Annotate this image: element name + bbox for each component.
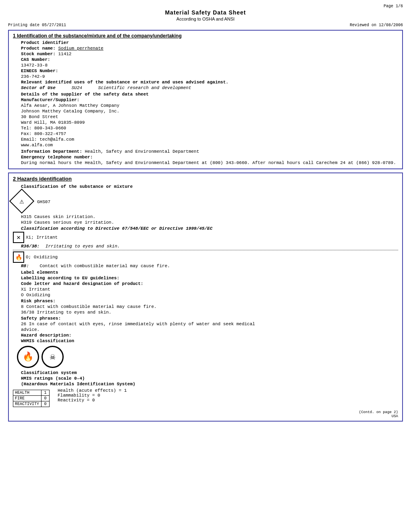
safety-phrases-label: Safety phrases: [21,316,61,321]
mfr-line3: 30 Bond Street [21,114,398,119]
print-date: Printing date 05/27/2011 [8,23,66,27]
review-date: Reviewed on 12/08/2006 [350,23,403,27]
mfr-line5: Tel: 800-343-0660 [21,126,398,131]
code-o: O Oxidizing [21,293,398,297]
page-number: Page 1/6 [384,4,403,8]
mfr-line1: Alfa Aesar, A Johnson Matthey Company [21,103,398,108]
hmis-sublabel: (Hazardous Materials Identification Syst… [21,382,135,387]
section-2-box: 2 Hazards identification Classification … [8,172,403,422]
product-name-label: Product name: [21,46,56,51]
risk-3638: 36/38 Irritating to eyes and skin. [21,310,398,315]
hmis-reactivity-val: 0 [42,401,50,407]
sector-desc: Scientific research and development [98,85,191,90]
xi-label: Xi; Irritant [26,235,58,240]
document-title: Material Safety Data Sheet [8,9,403,16]
whmis-icons-row: 🔥 ☠ [17,346,398,368]
document-subtitle: According to OSHA and ANSI [8,17,403,21]
cas-value: 13472-33-8 [21,63,48,68]
h315-text: H315 Causes skin irritation. [21,214,398,219]
r3638-text: Irritating to eyes and skin. [46,244,120,249]
r8-text: Contact with combustible material may ca… [39,264,170,268]
hmis-health-val: 1 [42,390,50,396]
hmis-table: HEALTH 1 FIRE 0 REACTIVITY 0 [13,390,50,407]
directive-label: Classification according to Directive 67… [21,226,212,231]
h319-text: H319 Causes serious eye irritation. [21,220,398,225]
section-1-box: 1 Identification of the substance/mixtur… [8,30,403,169]
einecs-value: 236-742-9 [21,74,45,79]
safety-26b: advice. [21,327,398,332]
r3638-label: R36/38: [21,244,39,249]
whmis-icon-2: ☠ [42,346,64,368]
hmis-section: HEALTH 1 FIRE 0 REACTIVITY 0 Health (acu… [13,388,398,409]
mfr-line8: www.alfa.com [21,143,398,148]
info-dept-value: Health, Safety and Environmental Departm… [85,149,199,154]
hmis-health-text: Health (acute effects) = 1 [58,388,127,393]
whmis-icon-1: 🔥 [17,346,39,368]
contd-text: (Contd. on page 2) [13,410,398,414]
label-elements-label: Label elements [21,270,58,275]
code-letter-label: Code letter and hazard designation of pr… [21,281,143,286]
usa-text: USA [13,414,398,418]
stock-value: 11412 [58,52,71,56]
hmis-fire-label: FIRE [13,396,42,401]
risk-8: 8 Contact with combustible material may … [21,304,398,309]
cas-label: CAS Number: [21,57,50,62]
stock-label: Stock number: [21,52,56,56]
sector-value: SU24 [71,85,82,90]
info-dept-label: Information Department: [21,149,82,154]
sector-label: Sector of Use [21,85,56,90]
product-identifier-label: Product identifier [21,40,69,45]
hmis-label: HMIS ratings (scale 0-4) [21,376,85,381]
mfr-line6: Fax: 800-322-4757 [21,131,398,136]
mfr-line7: Email: tech@alfa.com [21,137,398,142]
einecs-label: EINECS Number: [21,69,58,73]
product-name: Sodium perrhenate [58,46,103,51]
details-label: Details of the supplier of the safety da… [21,92,149,97]
hmis-text-block: Health (acute effects) = 1 Flammability … [58,388,127,403]
relevant-uses-label: Relevant identified uses of the substanc… [21,80,228,85]
o-label: O; Oxidizing [26,255,58,260]
r8-label: R8: [21,264,29,268]
hmis-reactivity-label: REACTIVITY [13,401,42,407]
mfr-line2: Johnson Matthey Catalog Company, Inc. [21,109,398,114]
safety-26: 26 In case of contact with eyes, rinse i… [21,322,398,326]
whmis-label: WHMIS classification [21,339,74,343]
classification-label: Classification of the substance or mixtu… [21,184,133,189]
classification-system-label: Classification system [21,370,77,375]
code-xi: Xi Irritant [21,287,398,292]
xi-icon: ✕ [13,232,24,243]
hmis-fire-text: Flammability = 0 [58,393,127,398]
hmis-health-label: HEALTH [13,390,42,396]
hazard-desc-label: Hazard description: [21,333,71,338]
mfr-label: Manufacturer/Supplier: [21,98,79,102]
section-2-title: 2 Hazards identification [13,176,398,182]
hmis-fire-val: 0 [42,396,50,401]
ghs-label: GHS07 [37,200,50,204]
section-1-title: 1 Identification of the substance/mixtur… [13,33,398,39]
hmis-reactivity-text: Reactivity = 0 [58,398,127,403]
mfr-line4: Ward Hill, MA 01835-8099 [21,120,398,125]
emergency-text: During normal hours the Health, Safety a… [21,160,396,165]
risk-phrases-label: Risk phrases: [21,299,56,303]
oxidizing-icon: 🔥 [13,251,24,263]
emergency-label: Emergency telephone number: [21,155,93,160]
labelling-eu-label: Labelling according to EU guidelines: [21,276,119,281]
